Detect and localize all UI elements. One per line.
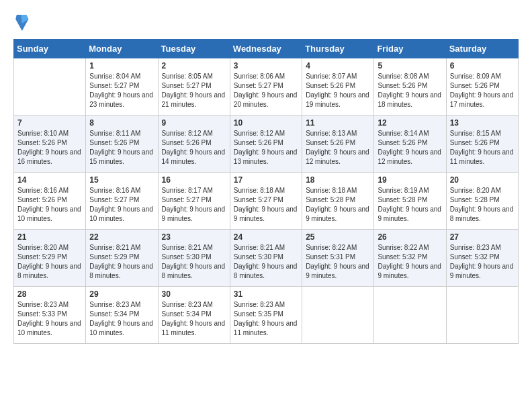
- day-number: 28: [17, 289, 82, 299]
- day-number: 29: [89, 289, 154, 299]
- cell-content: Sunrise: 8:22 AM Sunset: 5:31 PM Dayligh…: [306, 243, 370, 281]
- cell-content: Sunrise: 8:08 AM Sunset: 5:26 PM Dayligh…: [378, 72, 442, 109]
- day-number: 4: [306, 61, 370, 71]
- cell-content: Sunrise: 8:16 AM Sunset: 5:27 PM Dayligh…: [89, 186, 154, 224]
- day-number: 20: [450, 175, 515, 185]
- cell-content: Sunrise: 8:19 AM Sunset: 5:28 PM Dayligh…: [378, 186, 442, 224]
- calendar-cell: 8Sunrise: 8:11 AM Sunset: 5:26 PM Daylig…: [86, 116, 158, 173]
- day-number: 10: [234, 118, 298, 128]
- day-number: 16: [162, 175, 226, 185]
- cell-content: Sunrise: 8:10 AM Sunset: 5:26 PM Dayligh…: [17, 129, 82, 167]
- day-number: 22: [89, 232, 154, 242]
- calendar-cell: [374, 287, 446, 344]
- day-number: 14: [17, 175, 82, 185]
- cell-content: Sunrise: 8:21 AM Sunset: 5:29 PM Dayligh…: [89, 243, 154, 281]
- calendar-cell: 17Sunrise: 8:18 AM Sunset: 5:27 PM Dayli…: [230, 173, 302, 230]
- cell-content: Sunrise: 8:11 AM Sunset: 5:26 PM Dayligh…: [89, 129, 154, 167]
- page-header: [13, 13, 519, 32]
- day-number: 7: [17, 118, 82, 128]
- logo-icon: [13, 13, 30, 32]
- calendar-cell: 1Sunrise: 8:04 AM Sunset: 5:27 PM Daylig…: [86, 58, 158, 116]
- day-number: 3: [234, 61, 298, 71]
- day-number: 31: [234, 289, 298, 299]
- calendar-cell: 12Sunrise: 8:14 AM Sunset: 5:26 PM Dayli…: [374, 116, 446, 173]
- day-number: 11: [306, 118, 370, 128]
- calendar-cell: [302, 287, 374, 344]
- calendar-cell: 20Sunrise: 8:20 AM Sunset: 5:28 PM Dayli…: [446, 173, 518, 230]
- calendar-cell: 13Sunrise: 8:15 AM Sunset: 5:26 PM Dayli…: [446, 116, 518, 173]
- calendar-cell: 21Sunrise: 8:20 AM Sunset: 5:29 PM Dayli…: [14, 230, 86, 287]
- cell-content: Sunrise: 8:23 AM Sunset: 5:34 PM Dayligh…: [162, 300, 226, 338]
- cell-content: Sunrise: 8:18 AM Sunset: 5:27 PM Dayligh…: [234, 186, 298, 224]
- day-number: 27: [450, 232, 515, 242]
- calendar-cell: 3Sunrise: 8:06 AM Sunset: 5:27 PM Daylig…: [230, 58, 302, 116]
- calendar-cell: 10Sunrise: 8:12 AM Sunset: 5:26 PM Dayli…: [230, 116, 302, 173]
- calendar-cell: [446, 287, 518, 344]
- cell-content: Sunrise: 8:16 AM Sunset: 5:26 PM Dayligh…: [17, 186, 82, 224]
- calendar-cell: 22Sunrise: 8:21 AM Sunset: 5:29 PM Dayli…: [86, 230, 158, 287]
- calendar-cell: 9Sunrise: 8:12 AM Sunset: 5:26 PM Daylig…: [158, 116, 230, 173]
- weekday-header-thursday: Thursday: [302, 40, 374, 58]
- cell-content: Sunrise: 8:17 AM Sunset: 5:27 PM Dayligh…: [162, 186, 226, 224]
- calendar-cell: 19Sunrise: 8:19 AM Sunset: 5:28 PM Dayli…: [374, 173, 446, 230]
- calendar-cell: 2Sunrise: 8:05 AM Sunset: 5:27 PM Daylig…: [158, 58, 230, 116]
- calendar-cell: 28Sunrise: 8:23 AM Sunset: 5:33 PM Dayli…: [14, 287, 86, 344]
- cell-content: Sunrise: 8:21 AM Sunset: 5:30 PM Dayligh…: [162, 243, 226, 281]
- day-number: 2: [162, 61, 226, 71]
- cell-content: Sunrise: 8:15 AM Sunset: 5:26 PM Dayligh…: [450, 129, 515, 167]
- calendar-cell: 7Sunrise: 8:10 AM Sunset: 5:26 PM Daylig…: [14, 116, 86, 173]
- day-number: 19: [378, 175, 442, 185]
- day-number: 25: [306, 232, 370, 242]
- day-number: 13: [450, 118, 515, 128]
- weekday-header-saturday: Saturday: [446, 40, 518, 58]
- day-number: 21: [17, 232, 82, 242]
- weekday-header-monday: Monday: [86, 40, 158, 58]
- cell-content: Sunrise: 8:12 AM Sunset: 5:26 PM Dayligh…: [234, 129, 298, 167]
- day-number: 1: [89, 61, 154, 71]
- calendar-cell: 23Sunrise: 8:21 AM Sunset: 5:30 PM Dayli…: [158, 230, 230, 287]
- cell-content: Sunrise: 8:09 AM Sunset: 5:26 PM Dayligh…: [450, 72, 515, 109]
- calendar-week-row: 14Sunrise: 8:16 AM Sunset: 5:26 PM Dayli…: [14, 173, 519, 230]
- cell-content: Sunrise: 8:23 AM Sunset: 5:32 PM Dayligh…: [450, 243, 515, 281]
- day-number: 26: [378, 232, 442, 242]
- weekday-header-row: SundayMondayTuesdayWednesdayThursdayFrid…: [14, 40, 519, 58]
- calendar-cell: 6Sunrise: 8:09 AM Sunset: 5:26 PM Daylig…: [446, 58, 518, 116]
- cell-content: Sunrise: 8:23 AM Sunset: 5:33 PM Dayligh…: [17, 300, 82, 338]
- day-number: 30: [162, 289, 226, 299]
- calendar-week-row: 7Sunrise: 8:10 AM Sunset: 5:26 PM Daylig…: [14, 116, 519, 173]
- calendar-cell: 31Sunrise: 8:23 AM Sunset: 5:35 PM Dayli…: [230, 287, 302, 344]
- calendar-week-row: 21Sunrise: 8:20 AM Sunset: 5:29 PM Dayli…: [14, 230, 519, 287]
- calendar-header: SundayMondayTuesdayWednesdayThursdayFrid…: [14, 40, 519, 58]
- cell-content: Sunrise: 8:20 AM Sunset: 5:29 PM Dayligh…: [17, 243, 82, 281]
- calendar-cell: 11Sunrise: 8:13 AM Sunset: 5:26 PM Dayli…: [302, 116, 374, 173]
- calendar-table: SundayMondayTuesdayWednesdayThursdayFrid…: [13, 39, 519, 344]
- cell-content: Sunrise: 8:12 AM Sunset: 5:26 PM Dayligh…: [162, 129, 226, 167]
- calendar-cell: 4Sunrise: 8:07 AM Sunset: 5:26 PM Daylig…: [302, 58, 374, 116]
- cell-content: Sunrise: 8:05 AM Sunset: 5:27 PM Dayligh…: [162, 72, 226, 109]
- calendar-cell: 26Sunrise: 8:22 AM Sunset: 5:32 PM Dayli…: [374, 230, 446, 287]
- logo: [13, 13, 32, 32]
- calendar-cell: [14, 58, 86, 116]
- day-number: 24: [234, 232, 298, 242]
- day-number: 18: [306, 175, 370, 185]
- calendar-week-row: 28Sunrise: 8:23 AM Sunset: 5:33 PM Dayli…: [14, 287, 519, 344]
- cell-content: Sunrise: 8:04 AM Sunset: 5:27 PM Dayligh…: [89, 72, 154, 109]
- day-number: 17: [234, 175, 298, 185]
- calendar-cell: 16Sunrise: 8:17 AM Sunset: 5:27 PM Dayli…: [158, 173, 230, 230]
- calendar-cell: 18Sunrise: 8:18 AM Sunset: 5:28 PM Dayli…: [302, 173, 374, 230]
- calendar-cell: 30Sunrise: 8:23 AM Sunset: 5:34 PM Dayli…: [158, 287, 230, 344]
- calendar-week-row: 1Sunrise: 8:04 AM Sunset: 5:27 PM Daylig…: [14, 58, 519, 116]
- day-number: 9: [162, 118, 226, 128]
- calendar-cell: 29Sunrise: 8:23 AM Sunset: 5:34 PM Dayli…: [86, 287, 158, 344]
- cell-content: Sunrise: 8:23 AM Sunset: 5:35 PM Dayligh…: [234, 300, 298, 338]
- weekday-header-friday: Friday: [374, 40, 446, 58]
- cell-content: Sunrise: 8:20 AM Sunset: 5:28 PM Dayligh…: [450, 186, 515, 224]
- cell-content: Sunrise: 8:07 AM Sunset: 5:26 PM Dayligh…: [306, 72, 370, 109]
- cell-content: Sunrise: 8:22 AM Sunset: 5:32 PM Dayligh…: [378, 243, 442, 281]
- calendar-cell: 25Sunrise: 8:22 AM Sunset: 5:31 PM Dayli…: [302, 230, 374, 287]
- day-number: 5: [378, 61, 442, 71]
- day-number: 15: [89, 175, 154, 185]
- weekday-header-sunday: Sunday: [14, 40, 86, 58]
- calendar-cell: 15Sunrise: 8:16 AM Sunset: 5:27 PM Dayli…: [86, 173, 158, 230]
- day-number: 12: [378, 118, 442, 128]
